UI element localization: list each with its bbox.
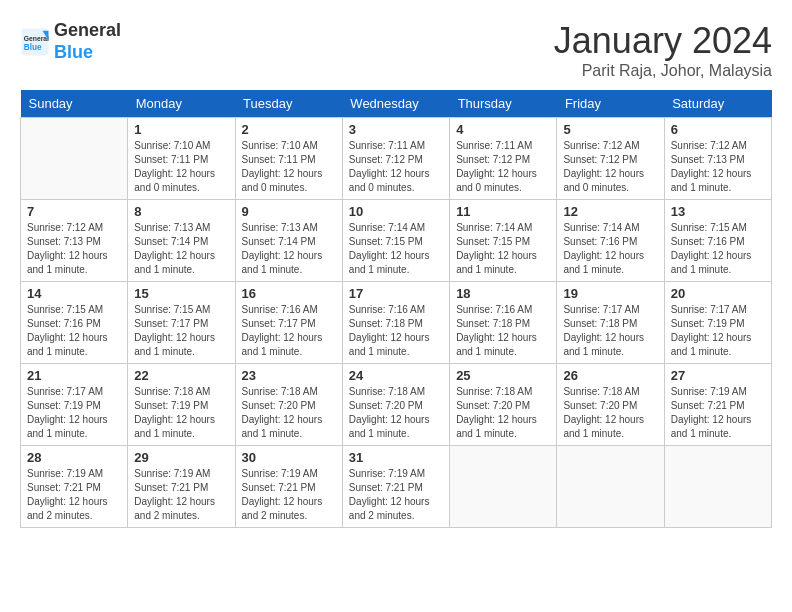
day-info: Sunrise: 7:10 AM Sunset: 7:11 PM Dayligh… (242, 139, 336, 195)
calendar-cell: 16Sunrise: 7:16 AM Sunset: 7:17 PM Dayli… (235, 282, 342, 364)
day-number: 14 (27, 286, 121, 301)
day-number: 9 (242, 204, 336, 219)
day-info: Sunrise: 7:16 AM Sunset: 7:17 PM Dayligh… (242, 303, 336, 359)
day-info: Sunrise: 7:15 AM Sunset: 7:16 PM Dayligh… (27, 303, 121, 359)
day-info: Sunrise: 7:16 AM Sunset: 7:18 PM Dayligh… (349, 303, 443, 359)
day-info: Sunrise: 7:18 AM Sunset: 7:20 PM Dayligh… (349, 385, 443, 441)
day-number: 13 (671, 204, 765, 219)
day-number: 24 (349, 368, 443, 383)
page-container: General Blue General Blue January 2024 P… (20, 20, 772, 528)
calendar-cell: 8Sunrise: 7:13 AM Sunset: 7:14 PM Daylig… (128, 200, 235, 282)
location: Parit Raja, Johor, Malaysia (554, 62, 772, 80)
calendar-cell: 29Sunrise: 7:19 AM Sunset: 7:21 PM Dayli… (128, 446, 235, 528)
week-row-5: 28Sunrise: 7:19 AM Sunset: 7:21 PM Dayli… (21, 446, 772, 528)
day-info: Sunrise: 7:17 AM Sunset: 7:19 PM Dayligh… (27, 385, 121, 441)
day-number: 8 (134, 204, 228, 219)
calendar-cell: 10Sunrise: 7:14 AM Sunset: 7:15 PM Dayli… (342, 200, 449, 282)
calendar-cell: 9Sunrise: 7:13 AM Sunset: 7:14 PM Daylig… (235, 200, 342, 282)
day-number: 2 (242, 122, 336, 137)
calendar-cell: 27Sunrise: 7:19 AM Sunset: 7:21 PM Dayli… (664, 364, 771, 446)
weekday-header-sunday: Sunday (21, 90, 128, 118)
day-number: 16 (242, 286, 336, 301)
calendar-cell: 12Sunrise: 7:14 AM Sunset: 7:16 PM Dayli… (557, 200, 664, 282)
day-number: 12 (563, 204, 657, 219)
calendar-cell (450, 446, 557, 528)
day-number: 20 (671, 286, 765, 301)
day-info: Sunrise: 7:19 AM Sunset: 7:21 PM Dayligh… (27, 467, 121, 523)
calendar-cell: 23Sunrise: 7:18 AM Sunset: 7:20 PM Dayli… (235, 364, 342, 446)
day-number: 27 (671, 368, 765, 383)
day-number: 17 (349, 286, 443, 301)
day-info: Sunrise: 7:18 AM Sunset: 7:19 PM Dayligh… (134, 385, 228, 441)
day-info: Sunrise: 7:19 AM Sunset: 7:21 PM Dayligh… (242, 467, 336, 523)
day-number: 3 (349, 122, 443, 137)
calendar-table: SundayMondayTuesdayWednesdayThursdayFrid… (20, 90, 772, 528)
logo-general-text: General (54, 20, 121, 40)
weekday-header-friday: Friday (557, 90, 664, 118)
day-number: 6 (671, 122, 765, 137)
calendar-cell (21, 118, 128, 200)
svg-text:General: General (24, 34, 49, 41)
calendar-cell: 5Sunrise: 7:12 AM Sunset: 7:12 PM Daylig… (557, 118, 664, 200)
calendar-cell: 30Sunrise: 7:19 AM Sunset: 7:21 PM Dayli… (235, 446, 342, 528)
day-info: Sunrise: 7:15 AM Sunset: 7:17 PM Dayligh… (134, 303, 228, 359)
header: General Blue General Blue January 2024 P… (20, 20, 772, 80)
day-number: 25 (456, 368, 550, 383)
calendar-cell (557, 446, 664, 528)
day-number: 4 (456, 122, 550, 137)
day-info: Sunrise: 7:10 AM Sunset: 7:11 PM Dayligh… (134, 139, 228, 195)
weekday-header-saturday: Saturday (664, 90, 771, 118)
calendar-cell: 3Sunrise: 7:11 AM Sunset: 7:12 PM Daylig… (342, 118, 449, 200)
calendar-cell: 14Sunrise: 7:15 AM Sunset: 7:16 PM Dayli… (21, 282, 128, 364)
logo-icon: General Blue (20, 27, 50, 57)
svg-text:Blue: Blue (24, 42, 42, 51)
day-number: 30 (242, 450, 336, 465)
week-row-3: 14Sunrise: 7:15 AM Sunset: 7:16 PM Dayli… (21, 282, 772, 364)
calendar-cell: 24Sunrise: 7:18 AM Sunset: 7:20 PM Dayli… (342, 364, 449, 446)
calendar-cell: 20Sunrise: 7:17 AM Sunset: 7:19 PM Dayli… (664, 282, 771, 364)
day-info: Sunrise: 7:18 AM Sunset: 7:20 PM Dayligh… (456, 385, 550, 441)
calendar-cell: 13Sunrise: 7:15 AM Sunset: 7:16 PM Dayli… (664, 200, 771, 282)
day-info: Sunrise: 7:16 AM Sunset: 7:18 PM Dayligh… (456, 303, 550, 359)
day-number: 1 (134, 122, 228, 137)
day-number: 26 (563, 368, 657, 383)
day-number: 21 (27, 368, 121, 383)
day-info: Sunrise: 7:15 AM Sunset: 7:16 PM Dayligh… (671, 221, 765, 277)
calendar-cell: 11Sunrise: 7:14 AM Sunset: 7:15 PM Dayli… (450, 200, 557, 282)
calendar-cell: 28Sunrise: 7:19 AM Sunset: 7:21 PM Dayli… (21, 446, 128, 528)
weekday-header-wednesday: Wednesday (342, 90, 449, 118)
calendar-cell: 25Sunrise: 7:18 AM Sunset: 7:20 PM Dayli… (450, 364, 557, 446)
week-row-4: 21Sunrise: 7:17 AM Sunset: 7:19 PM Dayli… (21, 364, 772, 446)
day-info: Sunrise: 7:14 AM Sunset: 7:16 PM Dayligh… (563, 221, 657, 277)
day-number: 18 (456, 286, 550, 301)
day-number: 23 (242, 368, 336, 383)
day-number: 15 (134, 286, 228, 301)
day-info: Sunrise: 7:17 AM Sunset: 7:18 PM Dayligh… (563, 303, 657, 359)
calendar-cell: 21Sunrise: 7:17 AM Sunset: 7:19 PM Dayli… (21, 364, 128, 446)
month-title: January 2024 (554, 20, 772, 62)
day-info: Sunrise: 7:11 AM Sunset: 7:12 PM Dayligh… (456, 139, 550, 195)
day-number: 28 (27, 450, 121, 465)
logo: General Blue General Blue (20, 20, 121, 63)
calendar-cell (664, 446, 771, 528)
day-info: Sunrise: 7:12 AM Sunset: 7:13 PM Dayligh… (671, 139, 765, 195)
weekday-header-monday: Monday (128, 90, 235, 118)
day-info: Sunrise: 7:18 AM Sunset: 7:20 PM Dayligh… (242, 385, 336, 441)
day-number: 19 (563, 286, 657, 301)
calendar-cell: 15Sunrise: 7:15 AM Sunset: 7:17 PM Dayli… (128, 282, 235, 364)
calendar-cell: 2Sunrise: 7:10 AM Sunset: 7:11 PM Daylig… (235, 118, 342, 200)
day-number: 10 (349, 204, 443, 219)
calendar-cell: 26Sunrise: 7:18 AM Sunset: 7:20 PM Dayli… (557, 364, 664, 446)
calendar-cell: 22Sunrise: 7:18 AM Sunset: 7:19 PM Dayli… (128, 364, 235, 446)
calendar-cell: 19Sunrise: 7:17 AM Sunset: 7:18 PM Dayli… (557, 282, 664, 364)
day-info: Sunrise: 7:17 AM Sunset: 7:19 PM Dayligh… (671, 303, 765, 359)
day-number: 11 (456, 204, 550, 219)
day-info: Sunrise: 7:13 AM Sunset: 7:14 PM Dayligh… (134, 221, 228, 277)
day-number: 7 (27, 204, 121, 219)
day-info: Sunrise: 7:18 AM Sunset: 7:20 PM Dayligh… (563, 385, 657, 441)
week-row-1: 1Sunrise: 7:10 AM Sunset: 7:11 PM Daylig… (21, 118, 772, 200)
day-number: 5 (563, 122, 657, 137)
calendar-cell: 6Sunrise: 7:12 AM Sunset: 7:13 PM Daylig… (664, 118, 771, 200)
day-number: 22 (134, 368, 228, 383)
day-info: Sunrise: 7:14 AM Sunset: 7:15 PM Dayligh… (456, 221, 550, 277)
